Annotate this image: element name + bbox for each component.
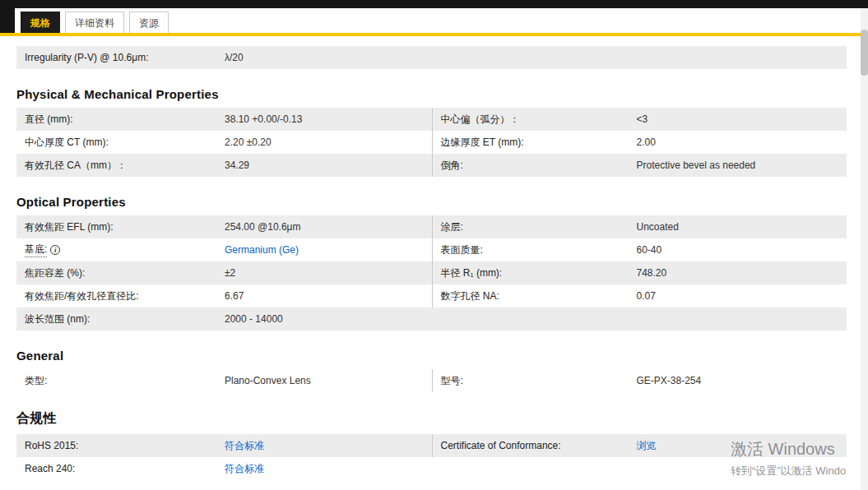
spec-value: 748.20 — [637, 267, 674, 279]
spec-value: 6.67 — [225, 290, 250, 302]
substrate-label: 基底: — [25, 243, 47, 257]
spec-label: 涂层: — [433, 220, 637, 234]
spec-value: 2.00 — [637, 136, 662, 148]
tab-details[interactable]: 详细资料 — [65, 12, 124, 35]
spec-value: 254.00 @10.6μm — [225, 221, 307, 233]
section-title-compliance: 合规性 — [16, 410, 847, 428]
section-title-optical: Optical Properties — [16, 195, 847, 209]
spec-row-efl: 有效焦距 EFL (mm): 254.00 @10.6μm 涂层: Uncoat… — [16, 215, 847, 238]
spec-row-f-number: 有效焦距/有效孔径直径比: 6.67 数字孔径 NA: 0.07 — [16, 284, 847, 307]
spec-label: Certificate of Conformance: — [433, 440, 637, 451]
spec-value: λ/20 — [225, 52, 250, 63]
tab-resources[interactable]: 资源 — [129, 12, 169, 35]
spec-label: 表面质量: — [433, 243, 637, 257]
spec-label: 有效焦距 EFL (mm): — [16, 220, 225, 234]
top-black-bar — [0, 0, 868, 8]
spec-label: 基底: i — [16, 243, 225, 257]
spec-label: 焦距容差 (%): — [16, 266, 225, 280]
spec-label: RoHS 2015: — [16, 440, 225, 451]
spec-row-irregularity: Irregularity (P-V) @ 10.6μm: λ/20 — [16, 46, 847, 69]
spec-label: 中心厚度 CT (mm): — [16, 136, 225, 150]
spec-label: Reach 240: — [16, 463, 225, 474]
tab-accent-line — [0, 33, 868, 36]
tab-specs[interactable]: 规格 — [21, 12, 60, 35]
spec-label: 数字孔径 NA: — [433, 289, 637, 303]
certificate-view-link[interactable]: 浏览 — [637, 439, 663, 453]
tab-bar: 规格 详细资料 资源 — [21, 12, 169, 35]
spec-value: 0.07 — [637, 290, 662, 302]
spec-row-substrate: 基底: i Germanium (Ge) 表面质量: 60-40 — [16, 238, 847, 261]
info-icon[interactable]: i — [50, 245, 60, 255]
spec-label: 半径 R₁ (mm): — [433, 266, 637, 280]
spec-label: Irregularity (P-V) @ 10.6μm: — [16, 52, 225, 63]
spec-label: 中心偏（弧分）： — [433, 113, 637, 127]
spec-label: 波长范围 (nm): — [16, 312, 225, 326]
spec-row-diameter: 直径 (mm): 38.10 +0.00/-0.13 中心偏（弧分）： <3 — [16, 108, 847, 131]
spec-value: GE-PX-38-254 — [637, 375, 708, 386]
substrate-link[interactable]: Germanium (Ge) — [225, 244, 305, 256]
spec-value: 2.20 ±0.20 — [225, 136, 278, 148]
spec-value: 38.10 +0.00/-0.13 — [225, 113, 309, 125]
spec-value: <3 — [637, 113, 655, 125]
spec-row-clear-aperture: 有效孔径 CA（mm）： 34.29 倒角: Protective bevel … — [16, 154, 847, 177]
scrollbar-track[interactable] — [861, 8, 868, 490]
spec-label: 倒角: — [433, 159, 637, 173]
scrollbar-thumb[interactable] — [861, 30, 868, 76]
section-title-general: General — [16, 349, 847, 363]
spec-row-type: 类型: Plano-Convex Lens 型号: GE-PX-38-254 — [16, 369, 847, 392]
spec-value: Plano-Convex Lens — [225, 375, 318, 386]
spec-label: 边缘厚度 ET (mm): — [433, 136, 637, 150]
spec-row-wavelength-range: 波长范围 (nm): 2000 - 14000 — [16, 307, 847, 331]
left-black-edge — [0, 0, 15, 36]
section-title-physical: Physical & Mechanical Properties — [16, 87, 847, 101]
rohs-compliant-link[interactable]: 符合标准 — [225, 439, 271, 453]
spec-row-center-thickness: 中心厚度 CT (mm): 2.20 ±0.20 边缘厚度 ET (mm): 2… — [16, 131, 847, 154]
spec-content: Irregularity (P-V) @ 10.6μm: λ/20 Physic… — [16, 46, 847, 480]
reach-compliant-link[interactable]: 符合标准 — [225, 462, 271, 476]
spec-label: 型号: — [433, 374, 637, 388]
spec-label: 有效孔径 CA（mm）： — [16, 159, 225, 173]
spec-value: Uncoated — [637, 221, 685, 233]
spec-label: 类型: — [16, 374, 225, 388]
spec-row-focal-tolerance: 焦距容差 (%): ±2 半径 R₁ (mm): 748.20 — [16, 261, 847, 284]
spec-value: Protective bevel as needed — [637, 159, 763, 171]
spec-value: 60-40 — [637, 244, 669, 256]
spec-value: 34.29 — [225, 159, 256, 171]
spec-label: 有效焦距/有效孔径直径比: — [16, 289, 225, 303]
spec-row-reach: Reach 240: 符合标准 — [16, 457, 847, 480]
spec-label: 直径 (mm): — [16, 113, 225, 127]
spec-row-rohs: RoHS 2015: 符合标准 Certificate of Conforman… — [16, 434, 847, 457]
spec-value: ±2 — [225, 267, 242, 279]
spec-value: 2000 - 14000 — [225, 313, 290, 325]
